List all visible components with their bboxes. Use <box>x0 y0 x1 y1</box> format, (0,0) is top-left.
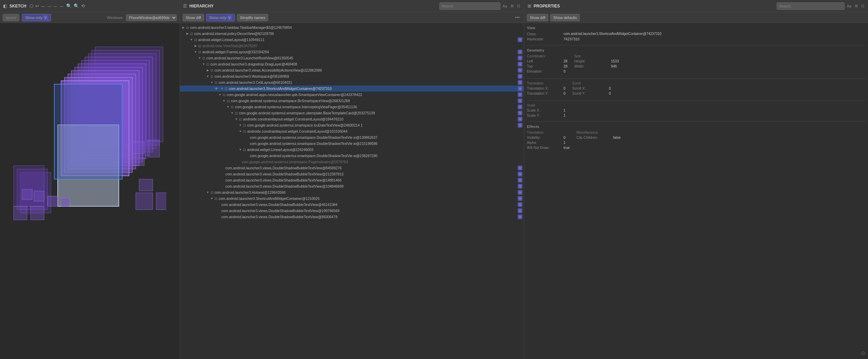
tree-item[interactable]: ▼⊡com.android.launcher3.CellLayout@66104… <box>180 79 524 86</box>
node-icon: ⊡ <box>193 38 198 42</box>
expand-arrow-icon[interactable]: ▶ <box>206 68 210 72</box>
tree-item[interactable]: ▼⊡com.android.launcher3.ShortcutAndWidge… <box>180 195 524 202</box>
tree-item[interactable]: ▼⊡com.google.android.systemui.smartspace… <box>180 104 524 110</box>
tree-item[interactable]: ▼⊡com.android.launcher3.dragndrop.DragLa… <box>180 61 524 67</box>
svg-rect-20 <box>136 193 153 210</box>
tree-item[interactable]: com.google.android.systemui.smartspace.D… <box>180 153 524 159</box>
ty-row: Translation Y: 0 <box>527 91 566 95</box>
tree-item[interactable]: com.google.android.systemui.smartspace.D… <box>180 140 524 147</box>
expand-arrow-icon[interactable]: ▼ <box>189 38 193 42</box>
properties-options-button[interactable]: ⊡ <box>860 3 865 8</box>
ignore-button[interactable]: Ignore <box>3 14 19 21</box>
hierarchy-show-diff-button[interactable]: Show diff <box>183 14 204 21</box>
expand-arrow-icon[interactable]: ▼ <box>238 123 242 127</box>
show-only-button[interactable]: Show only V <box>22 14 51 21</box>
tree-item[interactable]: com.android.launcher3.views.DoubleShadow… <box>180 165 524 171</box>
expand-arrow-icon[interactable]: ▼ <box>202 62 206 66</box>
expand-arrow-icon[interactable] <box>234 160 237 164</box>
hierarchy-search-input[interactable] <box>439 2 500 10</box>
expand-arrow-icon[interactable]: ▼ <box>238 148 242 152</box>
tree-item[interactable]: ▶⊡com.android.internal.policy.DecorView@… <box>180 31 524 37</box>
expand-arrow-icon[interactable]: ▼ <box>210 80 214 84</box>
tree-item[interactable]: com.android.launcher3.views.DoubleShadow… <box>180 183 524 189</box>
zoom-out-icon[interactable]: 🔍 <box>66 3 72 8</box>
expand-arrow-icon[interactable] <box>242 154 245 158</box>
tree-item[interactable]: ▼⊡com.android.launcher3.Workspace@581009… <box>180 73 524 79</box>
windows-select[interactable]: PhoneWindow@ad699de <box>126 14 177 21</box>
tree-item[interactable]: ▼⊡com.google.android.apps.nexuslauncher.… <box>180 92 524 98</box>
simplify-names-button[interactable]: Simplify names <box>237 14 269 21</box>
expand-arrow-icon[interactable]: ▼ <box>193 50 198 54</box>
properties-show-diff-button[interactable]: Show diff <box>527 14 548 21</box>
options-button[interactable]: ⊡ <box>516 3 521 8</box>
properties-search-input[interactable] <box>777 2 845 10</box>
node-icon <box>217 203 221 207</box>
hierarchy-show-only-button[interactable]: Show only V <box>206 14 235 21</box>
tree-item[interactable]: ▼⊡androidx.constraintlayout.widget.Const… <box>180 128 524 134</box>
tree-item[interactable]: com.android.launcher3.views.DoubleShadow… <box>180 177 524 183</box>
more-options-button[interactable]: ••• <box>514 15 521 20</box>
tree-item[interactable]: ▼⊡android.widget.LinearLayout@110949111V <box>180 37 524 43</box>
expand-arrow-icon[interactable] <box>214 209 217 213</box>
expand-arrow-icon[interactable]: ▼ <box>210 196 214 201</box>
tree-item[interactable]: 👁▼⊡com.android.launcher3.ShortcutAndWidg… <box>180 86 524 92</box>
expand-arrow-icon[interactable] <box>214 203 217 207</box>
expand-arrow-icon[interactable] <box>218 172 221 176</box>
eye-icon[interactable]: 👁 <box>214 86 219 91</box>
expand-arrow-icon[interactable]: ▼ <box>198 56 202 60</box>
node-label: com.google.android.systemui.smartspace.u… <box>239 111 516 115</box>
expand-arrow-icon[interactable]: ▼ <box>206 190 210 194</box>
node-icon: ⊡ <box>185 25 189 30</box>
undo-icon[interactable]: ↩ <box>35 3 39 8</box>
tree-item[interactable]: com.android.launcher3.views.DoubleShadow… <box>180 214 524 220</box>
tree-item[interactable]: com.google.android.systemui.smartspace.P… <box>180 159 524 165</box>
expand-arrow-icon[interactable]: ▼ <box>220 87 224 91</box>
hierarchy-tree[interactable]: ▶⊡com.android.launcher3.taskbar.TaskbarM… <box>180 23 524 359</box>
tree-item[interactable]: ▼⊡com.google.android.systemui.smartspace… <box>180 110 524 116</box>
properties-show-defaults-button[interactable]: Show defaults <box>550 14 580 21</box>
expand-arrow-icon[interactable] <box>242 141 245 146</box>
properties-text-size-button[interactable]: Aa <box>846 4 852 8</box>
tree-item[interactable]: ▼⊡android.widget.LinearLayout@224246003 <box>180 147 524 153</box>
wrap-button[interactable]: ⊞ <box>510 3 515 8</box>
tree-item[interactable]: ▼⊡androidx.constraintlayout.widget.Const… <box>180 116 524 122</box>
node-label: androidx.constraintlayout.widget.Constra… <box>247 129 522 133</box>
expand-arrow-icon[interactable]: ▶ <box>181 25 185 30</box>
hierarchy-panel: ☰ HIERARCHY Aa ⊞ ⊡ Show diff Show only V… <box>180 0 524 359</box>
class-value: com.android.launcher3.ShortcutAndWidgetC… <box>564 32 662 36</box>
tree-item[interactable]: com.android.launcher3.views.DoubleShadow… <box>180 208 524 214</box>
expand-arrow-icon[interactable]: ▼ <box>226 105 230 109</box>
tree-item[interactable]: ▶⊡android.view.ViewStub@63475287 <box>180 43 524 49</box>
zoom-in-icon[interactable]: 🔍 <box>74 3 79 8</box>
expand-arrow-icon[interactable] <box>218 166 221 170</box>
reset-icon[interactable]: ⟲ <box>81 3 85 8</box>
expand-arrow-icon[interactable]: ▶ <box>185 32 189 36</box>
expand-arrow-icon[interactable] <box>242 135 245 139</box>
tree-item[interactable]: com.android.launcher3.views.DoubleShadow… <box>180 202 524 208</box>
expand-arrow-icon[interactable]: ▼ <box>222 99 226 103</box>
tree-item[interactable]: ▼⊡com.google.android.systemui.smartspace… <box>180 122 524 128</box>
tree-item[interactable]: ▼⊡com.google.android.systemui.smartspace… <box>180 98 524 104</box>
expand-arrow-icon[interactable] <box>214 215 217 219</box>
scale-label: Scale <box>527 103 865 107</box>
expand-arrow-icon[interactable]: ▼ <box>230 111 234 115</box>
properties-wrap-button[interactable]: ⊞ <box>854 3 859 8</box>
expand-arrow-icon[interactable]: ▼ <box>238 129 242 133</box>
tree-item[interactable]: ▼⊡android.widget.FrameLayout@332194294V <box>180 49 524 55</box>
tree-item[interactable]: ▼⊡com.android.launcher3.LauncherRootView… <box>180 55 524 61</box>
v-badge: V <box>518 123 522 128</box>
tree-item[interactable]: ▶⊡com.android.launcher3.taskbar.TaskbarM… <box>180 24 524 31</box>
tree-item[interactable]: com.google.android.systemui.smartspace.D… <box>180 134 524 140</box>
text-size-button[interactable]: Aa <box>502 4 508 8</box>
expand-arrow-icon[interactable]: ▼ <box>218 93 222 97</box>
tree-item[interactable]: ▶⊡com.android.launcher3.views.Accessibil… <box>180 67 524 73</box>
tree-item[interactable]: com.android.launcher3.views.DoubleShadow… <box>180 171 524 177</box>
tree-item[interactable]: ▼⊡com.android.launcher3.Hotseat@12964356… <box>180 189 524 195</box>
expand-arrow-icon[interactable]: ▶ <box>193 44 198 48</box>
expand-arrow-icon[interactable] <box>218 178 221 182</box>
node-label: android.widget.FrameLayout@332194294 <box>202 50 516 54</box>
svg-rect-26 <box>148 140 160 157</box>
expand-arrow-icon[interactable] <box>218 184 221 188</box>
expand-arrow-icon[interactable]: ▼ <box>234 117 238 121</box>
expand-arrow-icon[interactable]: ▼ <box>206 74 210 78</box>
